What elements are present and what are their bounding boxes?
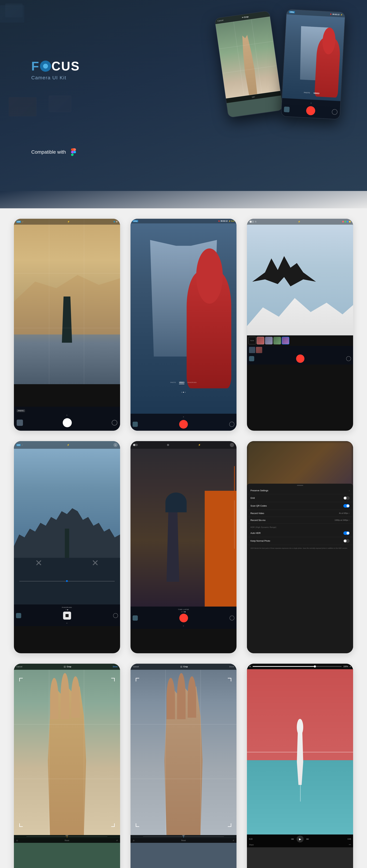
recording-dot-hero <box>330 13 331 15</box>
figma-icon <box>69 148 78 156</box>
p5-mode-label: TIME-LAPSE <box>178 609 189 610</box>
slomo-value: 1080p at 240fps <box>335 519 348 521</box>
preserve-label: Preserve Settings <box>250 489 268 492</box>
p4-flash: ⚡ <box>67 444 69 446</box>
phone-screen-crop2: Cancel ⊡ Crop Done <box>131 664 237 868</box>
bottom-controls-5: TIME-LAPSE <box>131 607 237 624</box>
video-progress-bar[interactable] <box>253 666 341 667</box>
hero-flip[interactable] <box>332 109 338 115</box>
rewind-btn[interactable]: ⏮ <box>291 837 294 841</box>
video-review-add[interactable]: + <box>349 665 351 668</box>
p3-flip[interactable] <box>346 356 351 361</box>
crop2-corner-tl <box>136 678 139 681</box>
slomo-chevron: › <box>349 519 349 521</box>
crop2-degree-bar: 180° <box>131 835 237 838</box>
video-end-time: 0:45 <box>348 838 351 840</box>
settings-grid[interactable]: Grid <box>248 494 352 502</box>
phone-card-photo: HDR ✓ ⚡ <box>14 219 120 431</box>
shutter-1[interactable] <box>63 418 72 427</box>
settings-video[interactable]: Record Video 4k at 60fps › <box>248 510 352 517</box>
p2-thumb <box>133 422 138 427</box>
p2-shutter[interactable] <box>179 420 188 429</box>
crop2-cancel[interactable]: Cancel <box>133 665 139 668</box>
p4-flip[interactable] <box>113 613 118 618</box>
slomo-label: Record Slo-mo <box>250 519 265 522</box>
more-options[interactable]: ••• <box>349 843 351 846</box>
crop2-header: Cancel ⊡ Crop Done <box>131 664 237 670</box>
play-pause-btn[interactable]: ▶ <box>297 836 304 842</box>
hdr-badge-1: HDR <box>16 221 21 223</box>
p2-resolution: 1080p <box>133 220 138 222</box>
p4-x-left: ✕ <box>35 559 43 567</box>
p2-flip[interactable] <box>229 422 234 427</box>
p5-thumb <box>133 615 138 621</box>
brand-subtitle: Camera UI Kit <box>31 75 80 81</box>
hero-mode-video: VIDEO <box>313 92 319 95</box>
settings-auto-hdr[interactable]: Auto HDR <box>248 529 352 537</box>
auto-hdr-label: Auto HDR <box>250 532 261 534</box>
crop2-title: Crop <box>183 665 188 668</box>
phone-screen-timelapse: ⚡ <box>131 441 237 653</box>
p3-filter-t1 <box>249 347 255 353</box>
p4-hdr: HDR <box>16 444 21 446</box>
phone-screen-crop1: Cancel ⊡ Crop Done <box>14 664 120 868</box>
hero-p2-resolution: 1080p <box>289 11 295 13</box>
p4-x-right: ✕ <box>91 559 99 567</box>
shutter-row-2 <box>133 420 234 429</box>
crop1-cancel[interactable]: Cancel <box>16 665 22 668</box>
flip-1[interactable] <box>112 420 117 426</box>
crop2-rotate[interactable]: ↺ <box>233 840 234 841</box>
phones-grid-section: HDR ✓ ⚡ <box>0 208 367 868</box>
hdr-description: HDR blends the best parts of three separ… <box>248 545 352 551</box>
p3-thumb <box>249 356 254 361</box>
crop-corner-tl <box>19 678 23 681</box>
crop-corner-tr <box>111 678 115 681</box>
p5-flash: ⚡ <box>198 444 201 446</box>
crop2-done[interactable]: Done <box>229 665 234 668</box>
cam-header-1: HDR ✓ ⚡ <box>14 219 120 225</box>
settings-list: Preserve Settings › Grid Scan QR Codes <box>247 487 353 551</box>
crop2-corner-br <box>228 824 231 827</box>
settings-keep-normal[interactable]: Keep Normal Photo <box>248 537 352 545</box>
share-label[interactable]: Share <box>249 844 254 846</box>
p2-mode-panorama: PANORAMA <box>188 381 197 384</box>
filter-selected[interactable] <box>282 337 289 344</box>
settings-qr[interactable]: Scan QR Codes <box>248 502 352 510</box>
p5-shutter[interactable] <box>179 614 188 622</box>
filter-1 <box>257 337 264 344</box>
p5-flip[interactable] <box>230 616 234 620</box>
compatible-label: Compatible with <box>31 149 66 155</box>
crop2-reset[interactable]: Reset <box>181 840 186 841</box>
crop-cancel-hero: Cancel <box>217 19 224 22</box>
filter-none: None <box>248 337 256 344</box>
p4-settings[interactable]: ● <box>113 443 118 447</box>
p3-shutter[interactable] <box>296 354 305 363</box>
p3-5s: 5 <box>255 221 256 223</box>
phone-card-crop2: Cancel ⊡ Crop Done <box>131 664 237 868</box>
auto-hdr-toggle[interactable] <box>343 531 349 535</box>
settings-preserve[interactable]: Preserve Settings › <box>248 487 352 494</box>
settings-slomo[interactable]: Record Slo-mo 1080p at 240fps › <box>248 517 352 524</box>
brand-name: F CUS <box>31 59 80 73</box>
video-review-header: ⏸ 100% + <box>247 664 353 669</box>
crop2-corner-tr <box>228 678 231 681</box>
crop1-reset[interactable]: Reset <box>65 840 69 841</box>
crop2-toolbar: ⊡ Reset ↺ <box>131 838 237 843</box>
grid-toggle[interactable] <box>343 496 349 500</box>
keep-normal-toggle[interactable] <box>343 539 349 543</box>
filter-strip-3: None <box>247 335 353 346</box>
p4-stop-btn[interactable] <box>63 612 71 620</box>
chevron-up-1: ⌃ <box>17 413 117 418</box>
hero-shutter[interactable] <box>306 106 316 116</box>
crop1-done[interactable]: Done <box>113 665 118 668</box>
bottom-controls-1: PHOTO ⌃ <box>14 407 120 431</box>
hero-phone-2: 1080p 00:02:13 ⚡ PHOTO VIDEO ⌃ <box>281 9 345 120</box>
crop1-rotate[interactable]: ↺ <box>116 840 118 841</box>
progress-thumb[interactable] <box>314 665 316 668</box>
forward-btn[interactable]: ⏭ <box>306 837 309 841</box>
crop1-toolbar: ⊡ Reset ↺ <box>14 838 120 843</box>
qr-toggle[interactable] <box>343 504 349 507</box>
p2-flash: ⚡ Auto <box>228 220 234 222</box>
video-review-pause[interactable]: ⏸ <box>249 665 251 668</box>
logo-area: F CUS Camera UI Kit <box>31 59 80 81</box>
